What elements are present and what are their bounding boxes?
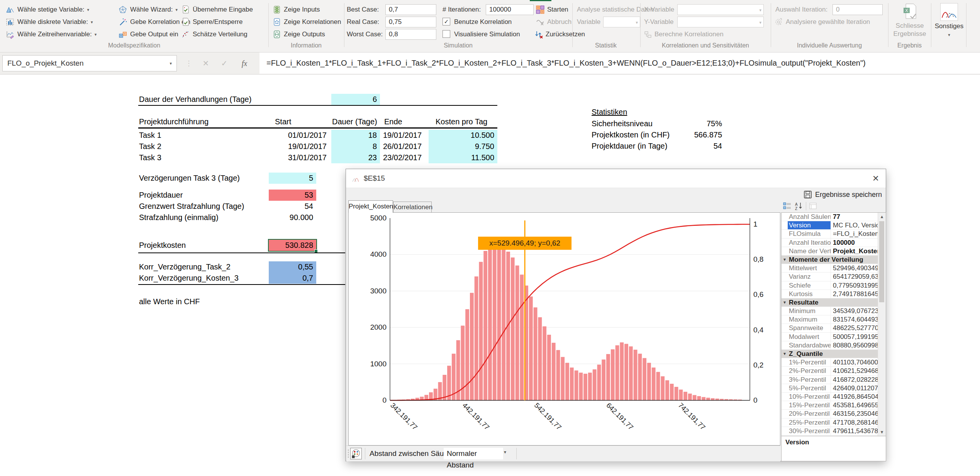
property-pages-icon[interactable] <box>809 202 818 211</box>
statistics-value[interactable]: 75% <box>656 118 725 129</box>
property-category-row[interactable]: ▾Momente der Verteilung <box>782 256 878 264</box>
statistics-value[interactable]: 54 <box>656 141 725 152</box>
cancel-formula-icon[interactable]: ✕ <box>198 53 214 74</box>
statistics-label[interactable]: Sicherheitsniveau <box>592 118 653 129</box>
berechne-korrelationen-button[interactable]: Berechne Korrelationen <box>644 29 724 40</box>
table-row-cell[interactable]: 23/02/2017 <box>381 152 427 163</box>
table-row-cell[interactable]: 31/01/2017 <box>273 152 330 163</box>
tab-korrelationen[interactable]: Korrelationen <box>393 202 432 213</box>
property-row[interactable]: VersionMC FLO, Version <box>782 221 878 230</box>
uebernehme-eingabe-button[interactable]: Übernehme Eingabe <box>181 4 253 15</box>
best-case-input[interactable] <box>385 4 436 15</box>
property-row[interactable]: Schiefe0,77950931995 <box>782 281 878 290</box>
sheet-cell[interactable]: Korr_Verzögerung_Kosten_3 <box>139 273 239 284</box>
categorized-view-icon[interactable] <box>783 202 792 211</box>
table-header[interactable]: Kosten pro Tag <box>436 116 487 127</box>
table-row-cell[interactable]: Task 3 <box>139 152 161 163</box>
name-box[interactable]: FLO_o_Projekt_Kosten ▾ <box>2 55 177 71</box>
property-row[interactable]: 25%-Perzentil471708,268146 <box>782 418 878 427</box>
select-timeseries-variable-button[interactable]: Wähle Zeitreihenvariable: ▾ <box>5 29 97 40</box>
formula-input-area[interactable]: =FLO_i_Kosten_1*FLO_i_Task_1+FLO_i_Task_… <box>259 53 980 74</box>
auswahl-iteration-input[interactable] <box>832 4 883 15</box>
select-discrete-variable-button[interactable]: Wähle diskrete Variable: ▾ <box>5 16 93 28</box>
worst-case-input[interactable] <box>385 29 436 40</box>
real-case-input[interactable] <box>385 17 436 27</box>
gebe-output-ein-button[interactable]: Gebe Output ein <box>118 29 178 40</box>
property-row[interactable]: 30%-Perzentil479611,543678 <box>782 427 878 435</box>
schliesse-ergebnisse-button[interactable]: X <box>902 3 917 22</box>
tab-projekt-kosten[interactable]: Projekt_Kosten <box>348 200 393 213</box>
table-row-cell[interactable]: 10.500 <box>429 130 497 141</box>
sheet-footnote[interactable]: alle Werte in CHF <box>139 296 200 307</box>
collapse-icon[interactable]: ▾ <box>782 350 788 358</box>
table-row-cell[interactable]: 19/01/2017 <box>381 130 427 141</box>
iterations-input[interactable] <box>486 4 534 15</box>
table-row-cell[interactable]: 9.750 <box>429 141 497 152</box>
scroll-down-icon[interactable]: ▼ <box>878 430 886 434</box>
confirm-formula-icon[interactable]: ✓ <box>216 53 232 74</box>
zeige-outputs-button[interactable]: Zeige Outputs <box>273 29 325 40</box>
sheet-cell[interactable]: Projektkosten <box>139 240 186 251</box>
table-row-cell[interactable]: Task 2 <box>139 141 161 152</box>
chevron-down-icon[interactable]: ▾ <box>504 449 506 455</box>
table-header[interactable]: Start <box>275 116 291 127</box>
scroll-up-icon[interactable]: ▲ <box>878 214 886 219</box>
statistics-label[interactable]: Projektdauer (in Tage) <box>592 141 667 152</box>
sheet-cell[interactable]: Strafzahlung (einmalig) <box>139 212 219 223</box>
color-palette-button[interactable] <box>350 448 362 459</box>
zeige-korrelationen-button[interactable]: Zeige Korrelationen <box>273 16 341 28</box>
property-row[interactable]: Minimum345349,076723 <box>782 307 878 315</box>
property-row[interactable]: Maximum831574,604493 <box>782 315 878 324</box>
y-variable-dropdown[interactable]: ▾ <box>677 17 764 27</box>
sheet-cell-correlation[interactable]: 0,55 <box>269 261 316 273</box>
property-row[interactable]: Standardabweichung80880,9560998 <box>782 341 878 350</box>
waehle-wizard-button[interactable]: Wähle Wizard: ▾ <box>118 4 178 15</box>
selected-cell[interactable]: 530.828 <box>269 240 316 251</box>
abbruch-button[interactable]: Abbruch <box>536 16 571 28</box>
property-row[interactable]: Kurtosis2,74917881645 <box>782 290 878 298</box>
property-row[interactable]: 10%-Perzentil441926,864504 <box>782 393 878 401</box>
property-row[interactable]: Name der VerteilungProjekt_Kosten <box>782 247 878 256</box>
benutze-korrelation-checkbox[interactable]: ✓ <box>443 18 450 25</box>
sheet-cell[interactable]: Verzögerungen Task 3 (Tage) <box>139 173 240 184</box>
table-row-cell[interactable]: 18 <box>331 130 380 141</box>
sheet-cell[interactable]: Grenzwert Strafzahlung (Tage) <box>139 201 244 212</box>
statistics-title[interactable]: Statistiken <box>592 107 627 118</box>
spacing-combobox[interactable]: Normaler Abstand <box>444 448 503 459</box>
sheet-cell[interactable]: Projektdauer <box>139 190 183 201</box>
table-row-cell[interactable]: 23 <box>331 152 380 163</box>
property-row[interactable]: 15%-Perzentil453581,649655 <box>782 401 878 410</box>
property-row[interactable]: Modalwert500057,199195 <box>782 333 878 341</box>
property-row[interactable]: FLOsimula=FLO_i_Kosten_1 <box>782 230 878 238</box>
property-row[interactable]: Varianz6541729059,63 <box>782 273 878 281</box>
table-row-cell[interactable]: 11.500 <box>429 152 497 163</box>
property-row[interactable]: 5%-Perzentil426409,011207 <box>782 384 878 393</box>
schaetze-verteilung-button[interactable]: Schätze Verteilung <box>181 29 248 40</box>
table-header[interactable]: Ende <box>384 116 402 127</box>
collapse-icon[interactable]: ▾ <box>782 298 788 307</box>
insert-function-icon[interactable]: fx <box>236 53 253 74</box>
collapse-icon[interactable]: ▾ <box>782 256 788 264</box>
scrollbar-thumb[interactable] <box>879 221 884 302</box>
visualisiere-simulation-checkbox[interactable] <box>443 30 450 38</box>
property-row[interactable]: 1%-Perzentil401103,704600 <box>782 358 878 367</box>
sheet-cell[interactable]: Korr_Verzögerung_Task_2 <box>139 261 231 273</box>
sheet-cell[interactable]: 90.000 <box>269 212 316 223</box>
property-row[interactable]: 2%-Perzentil410621,529468 <box>782 367 878 375</box>
property-row[interactable]: 3%-Perzentil416872,028228 <box>782 376 878 384</box>
table-row-cell[interactable]: 26/01/2017 <box>381 141 427 152</box>
sperre-entsperre-button[interactable]: Sperre/Entsperre <box>181 16 242 28</box>
property-row[interactable]: Mittelwert529496,4903499 <box>782 264 878 273</box>
analysiere-iteration-button[interactable]: Analysiere gewählte Iteration <box>775 16 870 28</box>
starten-button[interactable]: Starten <box>536 4 568 15</box>
property-row[interactable]: Anzahl Säulen77 <box>782 213 878 221</box>
table-header[interactable]: Dauer (Tage) <box>332 116 377 127</box>
zeige-inputs-button[interactable]: Zeige Inputs <box>273 4 320 15</box>
scrollbar[interactable]: ▲ ▼ <box>878 213 886 436</box>
zuruecksetzen-button[interactable]: Zurücksetzen <box>534 29 585 40</box>
gebe-korrelation-ein-button[interactable]: Gebe Korrelation ein <box>118 16 190 28</box>
sheet-cell-correlation[interactable]: 0,7 <box>269 273 316 284</box>
x-variable-dropdown[interactable]: ▾ <box>677 4 764 15</box>
sheet-cell[interactable]: 54 <box>269 201 316 212</box>
close-icon[interactable]: × <box>868 171 883 185</box>
